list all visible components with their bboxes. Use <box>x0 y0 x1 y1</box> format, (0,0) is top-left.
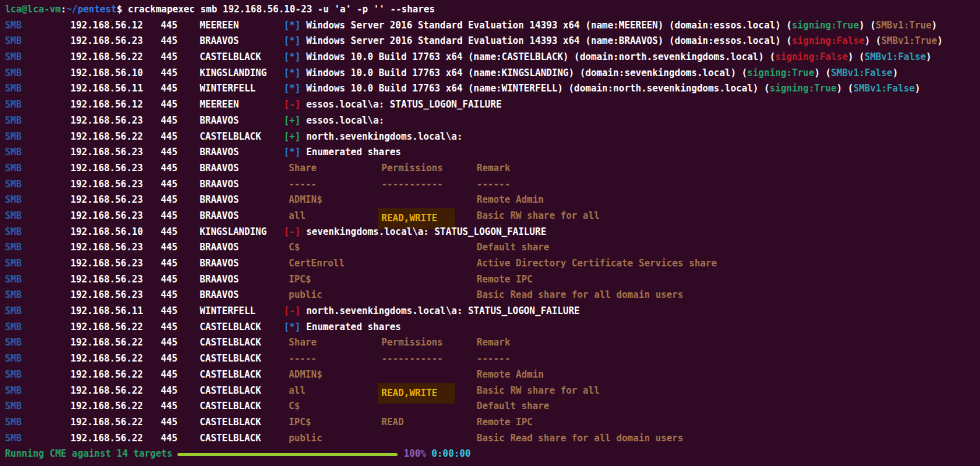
text-segment: lca@lca-vm <box>5 4 61 15</box>
share-remark: ------ <box>477 351 510 367</box>
protocol-cell: SMB <box>5 97 22 113</box>
ip-cell: 192.168.56.11 <box>70 303 143 320</box>
ip-cell: 192.168.56.23 <box>70 240 143 256</box>
text-segment: essos.local\a: <box>306 115 384 126</box>
share-name: Share <box>289 161 317 177</box>
output-row: SMB192.168.56.23445BRAAVOSADMIN$Remote A… <box>5 192 980 208</box>
text-segment: ) ( <box>864 35 881 46</box>
output-row: SMB192.168.56.22445CASTELBLACK----------… <box>5 351 980 367</box>
share-name: all <box>289 208 305 224</box>
text-segment: Windows Server 2016 Standard Evaluation … <box>306 35 792 46</box>
share-remark: Default share <box>477 399 549 415</box>
share-name: ADMIN$ <box>289 367 322 383</box>
output-row: SMB192.168.56.22445CASTELBLACKC$Default … <box>5 399 980 415</box>
ip-cell: 192.168.56.11 <box>70 81 143 97</box>
ip-cell: 192.168.56.22 <box>70 367 143 383</box>
output-row: SMB192.168.56.22445CASTELBLACKpublicBasi… <box>5 431 980 447</box>
protocol-cell: SMB <box>5 33 22 49</box>
output-row: SMB192.168.56.23445BRAAVOS[*] Enumerated… <box>5 145 980 161</box>
hostname-cell: MEEREEN <box>200 18 239 34</box>
status-text: Running CME against 14 targets <box>5 446 173 462</box>
hostname-cell: WINTERFELL <box>200 81 255 97</box>
port-cell: 445 <box>161 351 177 367</box>
port-cell: 445 <box>161 33 177 49</box>
text-segment: ) <box>937 35 943 46</box>
share-name: ADMIN$ <box>289 192 322 208</box>
text-segment: Enumerated shares <box>306 146 401 158</box>
protocol-cell: SMB <box>5 66 22 82</box>
hostname-cell: BRAAVOS <box>200 177 239 193</box>
message-cell: [+] north.sevenkingdoms.local\a: <box>284 129 980 145</box>
protocol-cell: SMB <box>5 383 22 399</box>
hostname-cell: KINGSLANDING <box>200 66 266 82</box>
protocol-cell: SMB <box>5 145 22 161</box>
status-line: Running CME against 14 targets 100% 0:00… <box>5 446 980 462</box>
text-segment: SMBv1:True <box>876 20 931 31</box>
protocol-cell: SMB <box>5 113 22 129</box>
progress-time: 0:00:00 <box>432 446 471 462</box>
text-segment: [-] <box>284 305 306 316</box>
text-segment: signing:True <box>792 20 859 31</box>
hostname-cell: CASTELBLACK <box>200 351 261 367</box>
protocol-cell: SMB <box>5 49 22 66</box>
port-cell: 445 <box>161 145 177 161</box>
text-segment: SMBv1:False <box>853 83 914 94</box>
text-segment: : <box>61 4 66 15</box>
output-row: SMB192.168.56.23445BRAAVOSSharePermissio… <box>5 161 980 177</box>
port-cell: 445 <box>161 113 177 129</box>
port-cell: 445 <box>161 320 177 336</box>
share-remark: Basic RW share for all <box>477 383 600 399</box>
message-cell: [*] Windows Server 2016 Standard Evaluat… <box>284 18 980 34</box>
protocol-cell: SMB <box>5 272 22 288</box>
hostname-cell: WINTERFELL <box>200 303 255 320</box>
output-row: SMB192.168.56.12445MEEREEN[-] essos.loca… <box>5 97 980 113</box>
hostname-cell: BRAAVOS <box>200 240 239 256</box>
ip-cell: 192.168.56.23 <box>70 256 143 272</box>
share-name: IPC$ <box>289 415 311 431</box>
ip-cell: 192.168.56.23 <box>70 113 143 129</box>
ip-cell: 192.168.56.23 <box>70 272 143 288</box>
hostname-cell: BRAAVOS <box>200 256 239 272</box>
ip-cell: 192.168.56.23 <box>70 177 143 193</box>
text-segment: Windows 10.0 Build 17763 x64 (name:WINTE… <box>306 83 770 94</box>
ip-cell: 192.168.56.22 <box>70 320 143 336</box>
share-remark: Basic Read share for all domain users <box>477 431 683 447</box>
hostname-cell: BRAAVOS <box>200 33 239 49</box>
port-cell: 445 <box>161 256 177 272</box>
text-segment: signing:True <box>748 67 814 78</box>
protocol-cell: SMB <box>5 161 22 177</box>
output-row: SMB192.168.56.10445KINGSLANDING[-] seven… <box>5 224 980 240</box>
output-row: SMB192.168.56.23445BRAAVOS[*] Windows Se… <box>5 33 980 49</box>
output-row: SMB192.168.56.23445BRAAVOSallREAD,WRITEB… <box>5 208 980 224</box>
port-cell: 445 <box>161 81 177 97</box>
protocol-cell: SMB <box>5 335 22 351</box>
hostname-cell: BRAAVOS <box>200 113 239 129</box>
share-permissions: Permissions <box>381 335 443 351</box>
output-row: SMB192.168.56.22445CASTELBLACKallREAD,WR… <box>5 383 980 399</box>
terminal-window[interactable]: lca@lca-vm:~/pentest$ crackmapexec smb 1… <box>0 0 980 462</box>
port-cell: 445 <box>161 208 177 224</box>
port-cell: 445 <box>161 224 177 240</box>
message-cell: [-] sevenkingdoms.local\a: STATUS_LOGON_… <box>284 224 980 240</box>
text-segment: ) ( <box>837 83 853 94</box>
message-cell: [-] essos.local\a: STATUS_LOGON_FAILURE <box>284 97 980 113</box>
share-remark: Active Directory Certificate Services sh… <box>477 256 717 272</box>
output-row: SMB192.168.56.22445CASTELBLACKADMIN$Remo… <box>5 367 980 383</box>
ip-cell: 192.168.56.23 <box>70 192 143 208</box>
share-remark: Remark <box>477 161 510 177</box>
output-row: SMB192.168.56.22445CASTELBLACKIPC$READRe… <box>5 415 980 431</box>
text-segment: [*] <box>284 67 306 78</box>
hostname-cell: CASTELBLACK <box>200 335 261 351</box>
message-cell: [*] Windows Server 2016 Standard Evaluat… <box>284 33 980 49</box>
text-segment: ) ( <box>859 20 876 31</box>
output-row: SMB192.168.56.23445BRAAVOSIPC$Remote IPC <box>5 272 980 288</box>
text-segment: crackmapexec smb 192.168.56.10-23 -u 'a'… <box>128 4 435 15</box>
ip-cell: 192.168.56.22 <box>70 335 143 351</box>
text-segment: [*] <box>284 20 306 31</box>
ip-cell: 192.168.56.10 <box>70 224 143 240</box>
output-row: SMB192.168.56.11445WINTERFELL[*] Windows… <box>5 81 980 97</box>
port-cell: 445 <box>161 383 177 399</box>
share-permissions: READ <box>381 415 404 431</box>
hostname-cell: BRAAVOS <box>200 272 239 288</box>
port-cell: 445 <box>161 192 177 208</box>
